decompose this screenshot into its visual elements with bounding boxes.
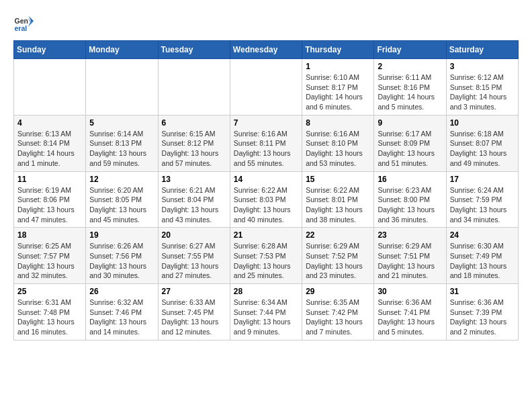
calendar-cell: 9Sunrise: 6:17 AMSunset: 8:09 PMDaylight… [374,115,446,171]
day-number: 16 [378,175,442,184]
day-number: 13 [162,175,226,184]
calendar-week-4: 25Sunrise: 6:31 AMSunset: 7:48 PMDayligh… [14,284,519,340]
day-number: 30 [378,287,442,296]
day-info: Sunrise: 6:17 AMSunset: 8:09 PMDaylight:… [378,129,442,169]
calendar-cell: 19Sunrise: 6:26 AMSunset: 7:56 PMDayligh… [86,228,158,284]
calendar-cell: 11Sunrise: 6:19 AMSunset: 8:06 PMDayligh… [14,171,86,228]
calendar-cell [158,59,230,116]
day-info: Sunrise: 6:19 AMSunset: 8:06 PMDaylight:… [17,185,82,225]
day-number: 6 [162,118,226,128]
day-info: Sunrise: 6:30 AMSunset: 7:49 PMDaylight:… [450,241,515,281]
calendar-cell: 17Sunrise: 6:24 AMSunset: 7:59 PMDayligh… [446,171,518,228]
day-number: 27 [162,287,226,296]
day-info: Sunrise: 6:35 AMSunset: 7:42 PMDaylight:… [306,298,370,337]
day-info: Sunrise: 6:36 AMSunset: 7:41 PMDaylight:… [378,298,442,337]
day-info: Sunrise: 6:25 AMSunset: 7:57 PMDaylight:… [17,241,82,281]
day-number: 2 [378,62,442,71]
day-info: Sunrise: 6:13 AMSunset: 8:14 PMDaylight:… [17,129,82,169]
calendar-header-row: SundayMondayTuesdayWednesdayThursdayFrid… [14,41,519,59]
calendar: SundayMondayTuesdayWednesdayThursdayFrid… [13,40,519,340]
header: Gen eral [13,13,519,34]
header-wednesday: Wednesday [230,41,302,59]
day-number: 20 [162,230,226,240]
day-number: 8 [306,118,370,128]
calendar-cell: 25Sunrise: 6:31 AMSunset: 7:48 PMDayligh… [14,284,86,340]
header-saturday: Saturday [446,41,518,59]
header-thursday: Thursday [302,41,374,59]
calendar-week-0: 1Sunrise: 6:10 AMSunset: 8:17 PMDaylight… [14,59,519,116]
day-info: Sunrise: 6:26 AMSunset: 7:56 PMDaylight:… [89,241,154,281]
header-friday: Friday [374,41,446,59]
calendar-week-3: 18Sunrise: 6:25 AMSunset: 7:57 PMDayligh… [14,228,519,284]
calendar-cell: 8Sunrise: 6:16 AMSunset: 8:10 PMDaylight… [302,115,374,171]
svg-text:eral: eral [15,24,28,32]
day-number: 18 [17,230,82,240]
day-info: Sunrise: 6:14 AMSunset: 8:13 PMDaylight:… [89,129,154,169]
calendar-cell: 3Sunrise: 6:12 AMSunset: 8:15 PMDaylight… [446,59,518,116]
day-info: Sunrise: 6:15 AMSunset: 8:12 PMDaylight:… [162,129,226,169]
day-number: 12 [89,175,154,184]
calendar-cell: 21Sunrise: 6:28 AMSunset: 7:53 PMDayligh… [230,228,302,284]
calendar-week-1: 4Sunrise: 6:13 AMSunset: 8:14 PMDaylight… [14,115,519,171]
calendar-cell: 10Sunrise: 6:18 AMSunset: 8:07 PMDayligh… [446,115,518,171]
calendar-cell: 7Sunrise: 6:16 AMSunset: 8:11 PMDaylight… [230,115,302,171]
day-info: Sunrise: 6:31 AMSunset: 7:48 PMDaylight:… [17,298,82,337]
day-number: 11 [17,175,82,184]
day-info: Sunrise: 6:29 AMSunset: 7:52 PMDaylight:… [306,241,370,281]
day-info: Sunrise: 6:28 AMSunset: 7:53 PMDaylight:… [234,241,298,281]
day-number: 1 [306,62,370,71]
calendar-cell: 28Sunrise: 6:34 AMSunset: 7:44 PMDayligh… [230,284,302,340]
calendar-cell: 18Sunrise: 6:25 AMSunset: 7:57 PMDayligh… [14,228,86,284]
calendar-week-2: 11Sunrise: 6:19 AMSunset: 8:06 PMDayligh… [14,171,519,228]
calendar-cell: 12Sunrise: 6:20 AMSunset: 8:05 PMDayligh… [86,171,158,228]
day-number: 19 [89,230,154,240]
day-info: Sunrise: 6:20 AMSunset: 8:05 PMDaylight:… [89,185,154,225]
calendar-cell: 31Sunrise: 6:36 AMSunset: 7:39 PMDayligh… [446,284,518,340]
day-number: 15 [306,175,370,184]
day-info: Sunrise: 6:21 AMSunset: 8:04 PMDaylight:… [162,185,226,225]
day-number: 4 [17,118,82,128]
day-info: Sunrise: 6:12 AMSunset: 8:15 PMDaylight:… [450,73,515,112]
day-info: Sunrise: 6:22 AMSunset: 8:03 PMDaylight:… [234,185,298,225]
day-info: Sunrise: 6:16 AMSunset: 8:10 PMDaylight:… [306,129,370,169]
calendar-cell: 23Sunrise: 6:29 AMSunset: 7:51 PMDayligh… [374,228,446,284]
calendar-cell: 26Sunrise: 6:32 AMSunset: 7:46 PMDayligh… [86,284,158,340]
calendar-cell: 13Sunrise: 6:21 AMSunset: 8:04 PMDayligh… [158,171,230,228]
calendar-cell [14,59,86,116]
day-info: Sunrise: 6:29 AMSunset: 7:51 PMDaylight:… [378,241,442,281]
calendar-cell: 6Sunrise: 6:15 AMSunset: 8:12 PMDaylight… [158,115,230,171]
day-number: 10 [450,118,515,128]
day-info: Sunrise: 6:24 AMSunset: 7:59 PMDaylight:… [450,185,515,225]
day-info: Sunrise: 6:11 AMSunset: 8:16 PMDaylight:… [378,73,442,112]
calendar-cell [230,59,302,116]
day-number: 24 [450,230,515,240]
day-number: 21 [234,230,298,240]
day-info: Sunrise: 6:33 AMSunset: 7:45 PMDaylight:… [162,298,226,337]
day-info: Sunrise: 6:36 AMSunset: 7:39 PMDaylight:… [450,298,515,337]
day-number: 14 [234,175,298,184]
day-number: 28 [234,287,298,296]
calendar-cell: 20Sunrise: 6:27 AMSunset: 7:55 PMDayligh… [158,228,230,284]
header-tuesday: Tuesday [158,41,230,59]
calendar-cell [86,59,158,116]
day-number: 31 [450,287,515,296]
day-info: Sunrise: 6:27 AMSunset: 7:55 PMDaylight:… [162,241,226,281]
logo: Gen eral [13,13,36,34]
calendar-cell: 4Sunrise: 6:13 AMSunset: 8:14 PMDaylight… [14,115,86,171]
day-number: 26 [89,287,154,296]
day-info: Sunrise: 6:34 AMSunset: 7:44 PMDaylight:… [234,298,298,337]
calendar-cell: 29Sunrise: 6:35 AMSunset: 7:42 PMDayligh… [302,284,374,340]
calendar-cell: 30Sunrise: 6:36 AMSunset: 7:41 PMDayligh… [374,284,446,340]
day-number: 17 [450,175,515,184]
day-info: Sunrise: 6:16 AMSunset: 8:11 PMDaylight:… [234,129,298,169]
day-info: Sunrise: 6:23 AMSunset: 8:00 PMDaylight:… [378,185,442,225]
logo-icon: Gen eral [13,13,34,34]
day-number: 9 [378,118,442,128]
day-info: Sunrise: 6:10 AMSunset: 8:17 PMDaylight:… [306,73,370,112]
day-info: Sunrise: 6:22 AMSunset: 8:01 PMDaylight:… [306,185,370,225]
day-number: 29 [306,287,370,296]
header-monday: Monday [86,41,158,59]
day-number: 7 [234,118,298,128]
calendar-cell: 15Sunrise: 6:22 AMSunset: 8:01 PMDayligh… [302,171,374,228]
calendar-cell: 1Sunrise: 6:10 AMSunset: 8:17 PMDaylight… [302,59,374,116]
